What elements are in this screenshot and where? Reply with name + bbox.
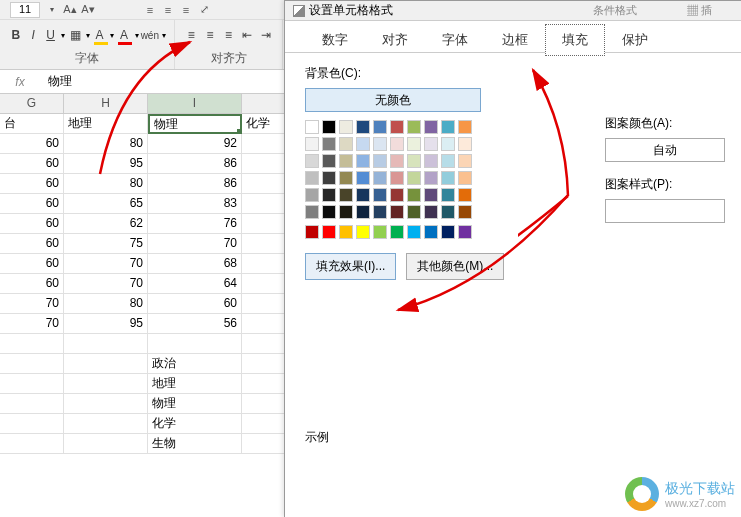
col-header-i[interactable]: I bbox=[148, 94, 242, 114]
table-cell[interactable]: 68 bbox=[148, 254, 242, 274]
table-cell[interactable]: 65 bbox=[64, 194, 148, 214]
table-cell[interactable] bbox=[242, 354, 286, 374]
border-button[interactable]: ▦ bbox=[67, 25, 82, 45]
color-swatch[interactable] bbox=[356, 205, 370, 219]
color-swatch[interactable] bbox=[373, 205, 387, 219]
color-swatch[interactable] bbox=[390, 137, 404, 151]
dropdown-icon[interactable]: ▾ bbox=[135, 31, 139, 40]
table-cell[interactable]: 70 bbox=[148, 234, 242, 254]
table-cell[interactable]: 70 bbox=[0, 294, 64, 314]
dropdown-icon[interactable]: ▾ bbox=[162, 31, 166, 40]
color-swatch[interactable] bbox=[373, 137, 387, 151]
color-swatch[interactable] bbox=[390, 205, 404, 219]
color-swatch[interactable] bbox=[458, 154, 472, 168]
tab-font[interactable]: 字体 bbox=[425, 24, 485, 56]
table-cell[interactable]: 95 bbox=[64, 154, 148, 174]
table-cell[interactable] bbox=[0, 394, 64, 414]
color-swatch[interactable] bbox=[356, 137, 370, 151]
indent-dec-icon[interactable]: ⇤ bbox=[239, 25, 256, 45]
table-cell[interactable]: 83 bbox=[148, 194, 242, 214]
table-cell[interactable]: 60 bbox=[0, 134, 64, 154]
color-swatch[interactable] bbox=[441, 188, 455, 202]
color-swatch[interactable] bbox=[407, 137, 421, 151]
pattern-style-dropdown[interactable] bbox=[605, 199, 725, 223]
table-cell[interactable]: 86 bbox=[148, 174, 242, 194]
dropdown-icon[interactable]: ▾ bbox=[61, 31, 65, 40]
table-cell[interactable] bbox=[242, 154, 286, 174]
color-swatch[interactable] bbox=[390, 120, 404, 134]
table-cell[interactable] bbox=[64, 414, 148, 434]
color-swatch[interactable] bbox=[441, 225, 455, 239]
color-swatch[interactable] bbox=[322, 171, 336, 185]
color-swatch[interactable] bbox=[339, 188, 353, 202]
color-swatch[interactable] bbox=[458, 205, 472, 219]
table-cell[interactable] bbox=[242, 314, 286, 334]
color-swatch[interactable] bbox=[407, 225, 421, 239]
more-colors-button[interactable]: 其他颜色(M)... bbox=[406, 253, 504, 280]
table-cell[interactable] bbox=[64, 394, 148, 414]
color-swatch[interactable] bbox=[441, 120, 455, 134]
table-cell[interactable]: 60 bbox=[0, 234, 64, 254]
table-cell[interactable]: 物理 bbox=[148, 394, 242, 414]
table-cell[interactable]: 60 bbox=[0, 214, 64, 234]
table-cell[interactable]: 70 bbox=[64, 274, 148, 294]
table-cell[interactable]: 60 bbox=[0, 174, 64, 194]
table-cell[interactable]: 60 bbox=[0, 154, 64, 174]
table-cell[interactable] bbox=[242, 294, 286, 314]
color-swatch[interactable] bbox=[322, 137, 336, 151]
tab-protect[interactable]: 保护 bbox=[605, 24, 665, 56]
dropdown-icon[interactable]: ▾ bbox=[86, 31, 90, 40]
align-mid-icon[interactable]: ≡ bbox=[161, 3, 175, 17]
color-swatch[interactable] bbox=[356, 225, 370, 239]
color-swatch[interactable] bbox=[339, 137, 353, 151]
color-swatch[interactable] bbox=[407, 120, 421, 134]
table-cell[interactable]: 60 bbox=[0, 274, 64, 294]
phonetic-button[interactable]: wén bbox=[141, 25, 159, 45]
tab-align[interactable]: 对齐 bbox=[365, 24, 425, 56]
color-swatch[interactable] bbox=[373, 120, 387, 134]
color-swatch[interactable] bbox=[339, 205, 353, 219]
align-center-icon[interactable]: ≡ bbox=[202, 25, 219, 45]
color-swatch[interactable] bbox=[458, 120, 472, 134]
fill-effects-button[interactable]: 填充效果(I)... bbox=[305, 253, 396, 280]
color-swatch[interactable] bbox=[322, 120, 336, 134]
color-swatch[interactable] bbox=[305, 154, 319, 168]
table-cell[interactable]: 生物 bbox=[148, 434, 242, 454]
table-cell[interactable] bbox=[242, 254, 286, 274]
fx-icon[interactable]: fx bbox=[0, 75, 40, 89]
color-swatch[interactable] bbox=[458, 137, 472, 151]
table-cell[interactable]: 56 bbox=[148, 314, 242, 334]
color-swatch[interactable] bbox=[305, 171, 319, 185]
align-bot-icon[interactable]: ≡ bbox=[179, 3, 193, 17]
table-cell[interactable] bbox=[64, 374, 148, 394]
table-cell[interactable]: 80 bbox=[64, 294, 148, 314]
color-swatch[interactable] bbox=[322, 154, 336, 168]
table-cell[interactable] bbox=[242, 414, 286, 434]
color-swatch[interactable] bbox=[305, 137, 319, 151]
table-cell[interactable]: 政治 bbox=[148, 354, 242, 374]
indent-inc-icon[interactable]: ⇥ bbox=[257, 25, 274, 45]
align-top-icon[interactable]: ≡ bbox=[143, 3, 157, 17]
italic-button[interactable]: I bbox=[25, 25, 40, 45]
color-swatch[interactable] bbox=[424, 154, 438, 168]
color-swatch[interactable] bbox=[424, 188, 438, 202]
table-cell[interactable] bbox=[0, 414, 64, 434]
table-cell[interactable]: 75 bbox=[64, 234, 148, 254]
table-cell[interactable]: 80 bbox=[64, 134, 148, 154]
color-swatch[interactable] bbox=[322, 205, 336, 219]
table-cell[interactable]: 60 bbox=[0, 254, 64, 274]
color-swatch[interactable] bbox=[322, 225, 336, 239]
color-swatch[interactable] bbox=[356, 120, 370, 134]
table-cell[interactable] bbox=[242, 194, 286, 214]
font-color-button[interactable]: A bbox=[116, 25, 131, 45]
color-swatch[interactable] bbox=[407, 171, 421, 185]
table-cell[interactable] bbox=[242, 234, 286, 254]
tab-number[interactable]: 数字 bbox=[305, 24, 365, 56]
color-swatch[interactable] bbox=[441, 205, 455, 219]
color-swatch[interactable] bbox=[424, 137, 438, 151]
shrink-font-icon[interactable]: A▾ bbox=[81, 3, 95, 17]
table-cell[interactable]: 化学 bbox=[148, 414, 242, 434]
color-swatch[interactable] bbox=[339, 171, 353, 185]
color-swatch[interactable] bbox=[373, 154, 387, 168]
bold-button[interactable]: B bbox=[8, 25, 23, 45]
